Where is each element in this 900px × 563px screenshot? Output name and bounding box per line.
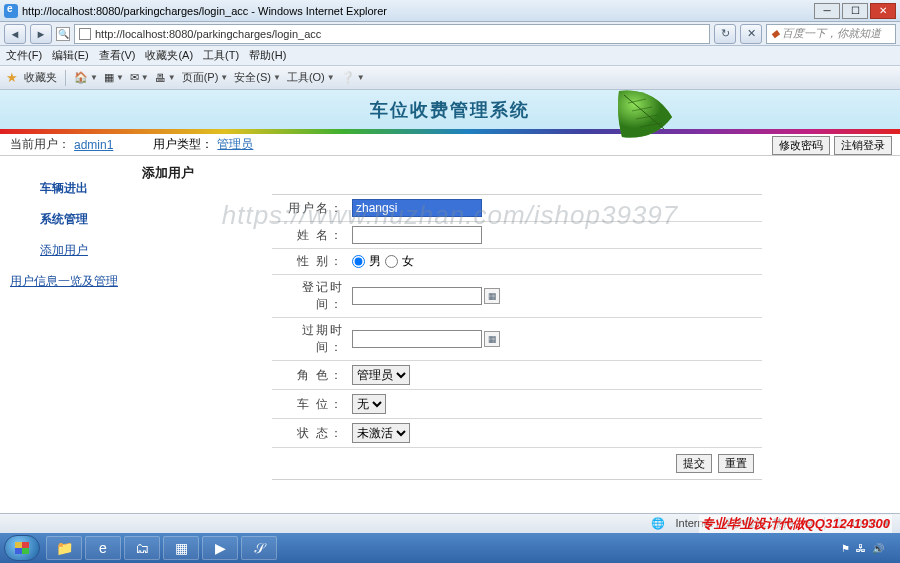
system-tray[interactable]: ⚑ 🖧 🔊: [841, 543, 896, 554]
forward-button[interactable]: ►: [30, 24, 52, 44]
menu-view[interactable]: 查看(V): [99, 48, 136, 63]
user-type-link[interactable]: 管理员: [217, 136, 253, 153]
task-explorer-icon[interactable]: 📁: [46, 536, 82, 560]
calendar-icon[interactable]: ▦: [484, 331, 500, 347]
tray-flag-icon[interactable]: ⚑: [841, 543, 850, 554]
calendar-icon[interactable]: ▦: [484, 288, 500, 304]
sidebar-item-userlist[interactable]: 用户信息一览及管理: [0, 273, 128, 290]
menu-edit[interactable]: 编辑(E): [52, 48, 89, 63]
gender-female-radio[interactable]: [385, 255, 398, 268]
addr-icon: 🔍: [56, 27, 70, 41]
home-button[interactable]: 🏠▼: [74, 71, 98, 84]
print-button[interactable]: 🖶▼: [155, 72, 176, 84]
gender-label: 性 别：: [280, 253, 344, 270]
app-title: 车位收费管理系统: [370, 98, 530, 122]
gender-male-text: 男: [369, 253, 381, 270]
menu-help[interactable]: 帮助(H): [249, 48, 286, 63]
task-media-icon[interactable]: ▶: [202, 536, 238, 560]
favorites-label[interactable]: 收藏夹: [24, 70, 57, 85]
ie-icon: [4, 4, 18, 18]
favorites-star-icon[interactable]: ★: [6, 70, 18, 85]
menu-file[interactable]: 文件(F): [6, 48, 42, 63]
logout-button[interactable]: 注销登录: [834, 136, 892, 155]
help-icon[interactable]: ❔▼: [341, 71, 365, 84]
sidebar-item-system[interactable]: 系统管理: [0, 211, 128, 228]
start-button[interactable]: [4, 535, 40, 561]
exptime-label: 过期时间：: [280, 322, 344, 356]
nav-toolbar: ◄ ► 🔍 http://localhost:8080/parkingcharg…: [0, 22, 900, 46]
promo-text: 专业毕业设计代做QQ312419300: [699, 515, 892, 533]
gender-male-radio[interactable]: [352, 255, 365, 268]
tray-network-icon[interactable]: 🖧: [856, 543, 866, 554]
status-select[interactable]: 未激活: [352, 423, 410, 443]
username-label: 用户名：: [280, 200, 344, 217]
user-bar: 当前用户： admin1 用户类型： 管理员 修改密码 注销登录: [0, 134, 900, 156]
task-ie-icon[interactable]: e: [85, 536, 121, 560]
realname-input[interactable]: [352, 226, 482, 244]
tools-menu[interactable]: 工具(O)▼: [287, 70, 335, 85]
mail-button[interactable]: ✉▼: [130, 71, 149, 84]
task-app2-icon[interactable]: 𝒮: [241, 536, 277, 560]
reset-button[interactable]: 重置: [718, 454, 754, 473]
address-bar[interactable]: http://localhost:8080/parkingcharges/log…: [74, 24, 710, 44]
current-user-link[interactable]: admin1: [74, 138, 113, 152]
command-bar: ★ 收藏夹 🏠▼ ▦▼ ✉▼ 🖶▼ 页面(P)▼ 安全(S)▼ 工具(O)▼ ❔…: [0, 66, 900, 90]
taskbar: 📁 e 🗂 ▦ ▶ 𝒮 ⚑ 🖧 🔊: [0, 533, 900, 563]
regtime-label: 登记时间：: [280, 279, 344, 313]
add-user-form: 用户名： 姓 名： 性 别： 男 女 登记时: [272, 194, 762, 480]
address-text: http://localhost:8080/parkingcharges/log…: [95, 28, 321, 40]
username-input[interactable]: [352, 199, 482, 217]
search-engine-icon: ◆: [771, 27, 779, 40]
page-menu[interactable]: 页面(P)▼: [182, 70, 229, 85]
refresh-button[interactable]: ↻: [714, 24, 736, 44]
parking-label: 车 位：: [280, 396, 344, 413]
menu-bar: 文件(F) 编辑(E) 查看(V) 收藏夹(A) 工具(T) 帮助(H): [0, 46, 900, 66]
leaf-decoration: [613, 90, 675, 144]
sidebar: 车辆进出 系统管理 添加用户 用户信息一览及管理: [0, 156, 128, 520]
stop-button[interactable]: ✕: [740, 24, 762, 44]
feeds-button[interactable]: ▦▼: [104, 71, 124, 84]
user-type-label: 用户类型：: [153, 136, 213, 153]
parking-select[interactable]: 无: [352, 394, 386, 414]
task-folder-icon[interactable]: 🗂: [124, 536, 160, 560]
search-placeholder: 百度一下，你就知道: [782, 26, 881, 41]
back-button[interactable]: ◄: [4, 24, 26, 44]
regtime-input[interactable]: [352, 287, 482, 305]
exptime-input[interactable]: [352, 330, 482, 348]
status-label: 状 态：: [280, 425, 344, 442]
page-heading: 添加用户: [142, 164, 886, 182]
maximize-button[interactable]: ☐: [842, 3, 868, 19]
close-button[interactable]: ✕: [870, 3, 896, 19]
submit-button[interactable]: 提交: [676, 454, 712, 473]
minimize-button[interactable]: ─: [814, 3, 840, 19]
content-area: 添加用户 用户名： 姓 名： 性 别： 男 女: [128, 156, 900, 520]
sidebar-item-adduser[interactable]: 添加用户: [0, 242, 128, 259]
change-password-button[interactable]: 修改密码: [772, 136, 830, 155]
sidebar-item-vehicle[interactable]: 车辆进出: [0, 180, 128, 197]
search-box[interactable]: ◆ 百度一下，你就知道: [766, 24, 896, 44]
task-app1-icon[interactable]: ▦: [163, 536, 199, 560]
role-select[interactable]: 管理员: [352, 365, 410, 385]
window-titlebar: http://localhost:8080/parkingcharges/log…: [0, 0, 900, 22]
role-label: 角 色：: [280, 367, 344, 384]
globe-icon: 🌐: [651, 517, 665, 530]
realname-label: 姓 名：: [280, 227, 344, 244]
gender-female-text: 女: [402, 253, 414, 270]
banner: 车位收费管理系统: [0, 90, 900, 129]
menu-favorites[interactable]: 收藏夹(A): [145, 48, 193, 63]
page-icon: [79, 28, 91, 40]
menu-tools[interactable]: 工具(T): [203, 48, 239, 63]
window-title: http://localhost:8080/parkingcharges/log…: [22, 5, 387, 17]
current-user-label: 当前用户：: [10, 136, 70, 153]
safety-menu[interactable]: 安全(S)▼: [234, 70, 281, 85]
tray-volume-icon[interactable]: 🔊: [872, 543, 884, 554]
